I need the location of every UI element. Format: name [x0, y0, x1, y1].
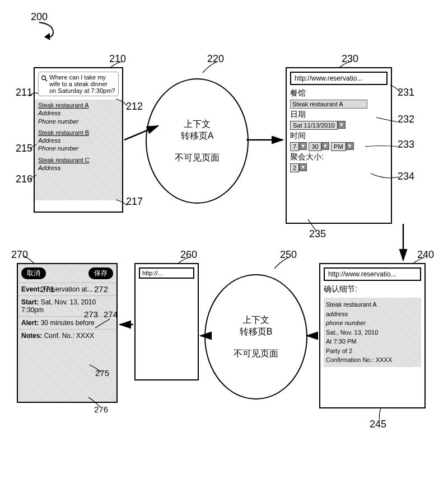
flow-arrows: [0, 0, 448, 484]
svg-line-3: [124, 126, 158, 140]
diagram-canvas: 200 210 Where can I take my wife to a st…: [0, 0, 448, 484]
